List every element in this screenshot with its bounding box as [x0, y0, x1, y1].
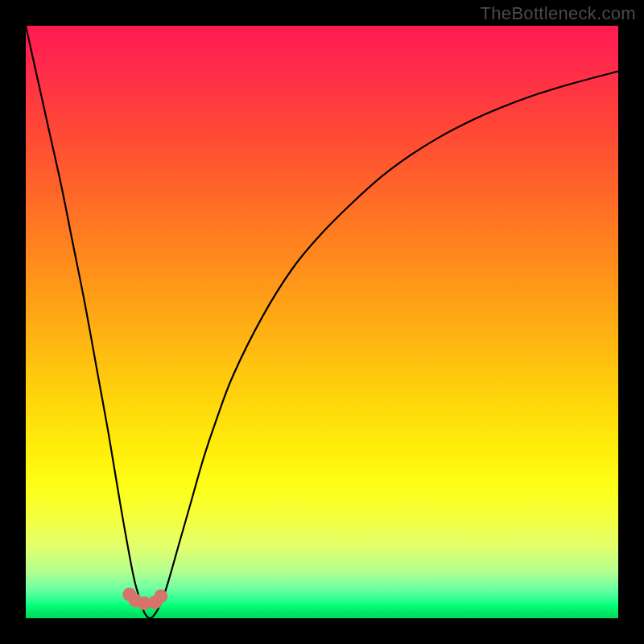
curve-svg	[26, 26, 618, 618]
chart-frame: TheBottleneck.com	[0, 0, 644, 644]
valley-dots	[122, 588, 167, 610]
bottleneck-curve	[26, 26, 618, 618]
watermark-text: TheBottleneck.com	[481, 3, 636, 24]
plot-area	[26, 26, 618, 618]
valley-dot	[154, 589, 167, 603]
